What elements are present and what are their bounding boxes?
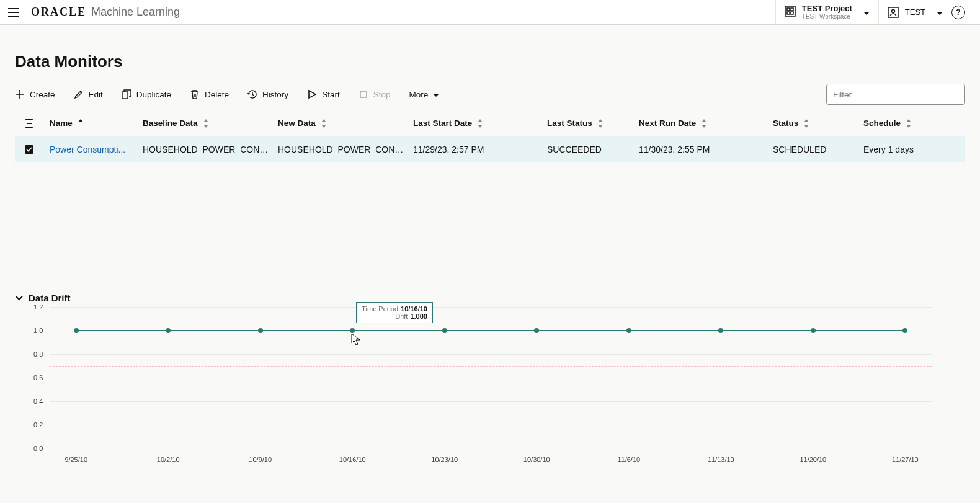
row-name[interactable]: Power Consumpti... bbox=[50, 145, 143, 154]
row-baseline: HOUSEHOLD_POWER_CONS... bbox=[143, 145, 278, 154]
stop-button: Stop bbox=[359, 89, 391, 99]
history-icon bbox=[247, 89, 257, 99]
page-title: Data Monitors bbox=[15, 52, 965, 71]
col-status[interactable]: Status bbox=[773, 118, 863, 128]
x-tick: 10/30/10 bbox=[523, 456, 550, 463]
duplicate-button[interactable]: Duplicate bbox=[122, 89, 171, 99]
svg-rect-3 bbox=[787, 12, 790, 14]
data-drift-toggle[interactable]: Data Drift bbox=[15, 293, 965, 303]
col-schedule[interactable]: Schedule bbox=[863, 118, 955, 128]
col-baseline-label: Baseline Data bbox=[143, 118, 198, 128]
chevron-down-icon bbox=[937, 7, 943, 18]
history-label: History bbox=[262, 90, 288, 99]
x-tick: 10/9/10 bbox=[249, 456, 272, 463]
delete-button[interactable]: Delete bbox=[190, 89, 229, 99]
user-name: TEST bbox=[905, 7, 925, 17]
sort-icon bbox=[477, 119, 483, 128]
svg-rect-8 bbox=[360, 91, 367, 97]
hamburger-menu[interactable] bbox=[5, 4, 22, 21]
cursor-icon bbox=[351, 333, 360, 345]
project-icon bbox=[785, 6, 796, 19]
data-point[interactable] bbox=[442, 328, 447, 333]
help-button[interactable]: ? bbox=[951, 6, 965, 19]
x-tick: 11/20/10 bbox=[800, 456, 826, 463]
y-tick: 0.8 bbox=[33, 350, 43, 358]
start-button[interactable]: Start bbox=[307, 89, 340, 99]
select-all-checkbox[interactable] bbox=[25, 119, 33, 128]
x-tick: 11/27/10 bbox=[892, 456, 919, 463]
col-last-start-label: Last Start Date bbox=[413, 118, 472, 128]
x-tick: 10/23/10 bbox=[431, 456, 458, 463]
row-checkbox[interactable] bbox=[25, 145, 33, 154]
col-name[interactable]: Name bbox=[50, 118, 143, 128]
create-button[interactable]: Create bbox=[15, 89, 55, 99]
delete-label: Delete bbox=[205, 90, 229, 99]
drift-chart[interactable]: 9/25/1010/2/1010/9/1010/16/1010/23/1010/… bbox=[15, 307, 965, 477]
data-point[interactable] bbox=[811, 328, 816, 333]
data-drift-title: Data Drift bbox=[29, 293, 71, 303]
history-button[interactable]: History bbox=[247, 89, 288, 99]
data-point[interactable] bbox=[350, 328, 355, 333]
sort-icon bbox=[701, 119, 707, 128]
row-last-start: 11/29/23, 2:57 PM bbox=[413, 145, 547, 154]
edit-button[interactable]: Edit bbox=[74, 89, 103, 99]
col-newdata-label: New Data bbox=[278, 118, 316, 128]
stop-icon bbox=[359, 89, 368, 99]
sort-icon bbox=[597, 119, 604, 128]
data-point[interactable] bbox=[74, 328, 79, 333]
data-point[interactable] bbox=[166, 328, 171, 333]
col-last-status[interactable]: Last Status bbox=[547, 118, 639, 128]
svg-rect-4 bbox=[791, 12, 793, 14]
row-schedule: Every 1 days bbox=[863, 145, 955, 154]
data-point[interactable] bbox=[534, 328, 539, 333]
row-next-run: 11/30/23, 2:55 PM bbox=[639, 145, 773, 154]
more-button[interactable]: More bbox=[409, 90, 439, 99]
table-header: Name Baseline Data New Data Last Start D… bbox=[15, 110, 965, 136]
col-next-run[interactable]: Next Run Date bbox=[639, 118, 773, 128]
row-status: SCHEDULED bbox=[773, 145, 863, 154]
y-tick: 0.2 bbox=[33, 421, 43, 429]
data-point[interactable] bbox=[902, 328, 907, 333]
toolbar: Create Edit Duplicate Delete History Sta… bbox=[15, 84, 965, 110]
data-point[interactable] bbox=[718, 328, 723, 333]
duplicate-icon bbox=[122, 89, 131, 99]
duplicate-label: Duplicate bbox=[136, 90, 171, 99]
col-newdata[interactable]: New Data bbox=[278, 118, 413, 128]
chart-tooltip: Time Period10/16/10Drift1.000 bbox=[356, 302, 433, 323]
col-next-run-label: Next Run Date bbox=[639, 118, 696, 128]
y-tick: 0.6 bbox=[33, 374, 43, 381]
col-status-label: Status bbox=[773, 118, 798, 128]
workspace-name: TEST Workspace bbox=[802, 14, 852, 20]
chevron-down-icon bbox=[15, 294, 24, 303]
user-menu[interactable]: TEST ? bbox=[878, 0, 974, 24]
x-tick: 11/6/10 bbox=[617, 456, 640, 463]
sort-asc-icon bbox=[78, 119, 84, 128]
content: Data Monitors Create Edit Duplicate Dele… bbox=[0, 25, 980, 477]
project-switcher[interactable]: TEST Project TEST Workspace bbox=[775, 0, 878, 24]
x-tick: 11/13/10 bbox=[708, 456, 734, 463]
trash-icon bbox=[190, 89, 200, 99]
stop-label: Stop bbox=[373, 90, 391, 99]
chevron-down-icon bbox=[433, 90, 439, 99]
play-icon bbox=[307, 89, 317, 99]
col-last-start[interactable]: Last Start Date bbox=[413, 118, 547, 128]
x-tick: 9/25/10 bbox=[65, 456, 87, 463]
pencil-icon bbox=[74, 89, 84, 99]
more-label: More bbox=[409, 90, 428, 99]
y-tick: 0.0 bbox=[33, 445, 43, 452]
col-schedule-label: Schedule bbox=[863, 118, 901, 128]
brand-product: Machine Learning bbox=[91, 6, 180, 19]
brand-logo: ORACLE bbox=[31, 6, 86, 19]
edit-label: Edit bbox=[89, 90, 103, 99]
data-point[interactable] bbox=[258, 328, 263, 333]
col-last-status-label: Last Status bbox=[547, 118, 592, 128]
chevron-down-icon bbox=[863, 7, 870, 18]
table-row[interactable]: Power Consumpti... HOUSEHOLD_POWER_CONS.… bbox=[15, 136, 965, 162]
data-drift-section: Data Drift 9/25/1010/2/1010/9/1010/16/10… bbox=[15, 293, 965, 477]
brand-block: ORACLE Machine Learning bbox=[31, 6, 180, 19]
monitors-table: Name Baseline Data New Data Last Start D… bbox=[15, 110, 965, 162]
col-baseline[interactable]: Baseline Data bbox=[143, 118, 278, 128]
data-point[interactable] bbox=[626, 328, 631, 333]
plus-icon bbox=[15, 89, 25, 99]
filter-input[interactable] bbox=[826, 84, 965, 105]
